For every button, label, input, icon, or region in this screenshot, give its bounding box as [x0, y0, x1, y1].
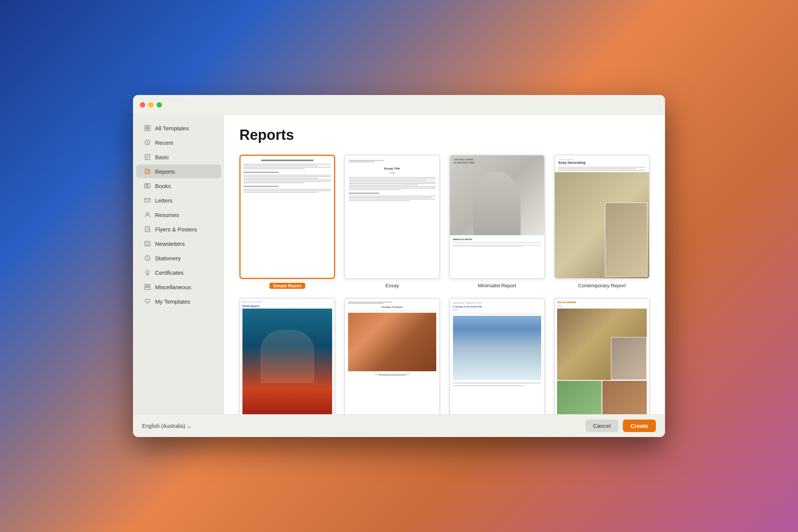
template-badge: Simple Report — [269, 283, 306, 289]
template-label-wrap: Contemporary Report — [578, 283, 626, 288]
template-visual-report[interactable]: African Wildlife Subtitle — [554, 298, 650, 414]
svg-rect-15 — [145, 284, 147, 287]
sidebar-label: Reports — [155, 168, 175, 175]
template-label-wrap: Essay — [385, 283, 399, 288]
reports-icon — [144, 168, 151, 175]
template-simple-report[interactable]: Simple Report — [239, 155, 335, 289]
sidebar-label: Books — [155, 183, 171, 189]
language-label: English (Australia) — [142, 423, 185, 429]
sidebar-item-newsletters[interactable]: Newsletters — [136, 237, 221, 250]
template-name: Contemporary Report — [578, 283, 626, 288]
template-minimalist-report[interactable]: ORGANIC FORMSIN ARCHITECTURE Minimalist … — [449, 155, 545, 289]
template-thumb-visual[interactable]: African Wildlife Subtitle — [554, 298, 650, 414]
template-photo-report[interactable]: Author Name · April 04, 2020 Photo Repor… — [239, 298, 335, 414]
svg-rect-16 — [148, 284, 150, 287]
sidebar-item-flyers-posters[interactable]: Flyers & Posters — [136, 222, 221, 236]
sidebar-label: Flyers & Posters — [155, 226, 197, 233]
template-name: Essay — [385, 283, 399, 288]
close-button[interactable] — [140, 102, 145, 108]
svg-rect-0 — [145, 125, 147, 128]
sidebar-label: All Templates — [155, 125, 189, 131]
sidebar-label: Newsletters — [155, 241, 185, 247]
template-label-wrap: Simple Report — [269, 283, 306, 289]
sidebar-item-books[interactable]: Books — [136, 179, 221, 193]
sidebar-label: Recent — [155, 139, 173, 146]
sidebar-item-certificates[interactable]: Certificates — [136, 266, 221, 279]
svg-rect-17 — [145, 287, 150, 290]
clock-icon — [144, 139, 151, 146]
page-title: Reports — [239, 127, 650, 143]
titlebar — [133, 95, 665, 115]
sidebar-label: My Templates — [155, 298, 190, 305]
svg-rect-2 — [145, 128, 147, 131]
template-school-report[interactable]: Author Name · February 04, 2020 A Voyage… — [449, 298, 545, 414]
template-thumb-essay[interactable]: Essay Title Subtitle — [344, 155, 440, 279]
sidebar-item-letters[interactable]: Letters — [136, 193, 221, 207]
template-thumb-contemporary[interactable]: Simple Home Studios Easy Decorating — [554, 155, 650, 279]
heart-icon — [144, 298, 151, 305]
language-selector[interactable]: English (Australia) ⌄ — [142, 423, 192, 429]
create-button[interactable]: Create — [623, 420, 656, 432]
sidebar-item-recent[interactable]: Recent — [136, 136, 221, 149]
chevron-down-icon: ⌄ — [187, 423, 192, 429]
content-area: Reports — [224, 115, 665, 414]
certificates-icon — [144, 269, 151, 276]
svg-rect-3 — [148, 128, 150, 131]
template-name: Minimalist Report — [478, 283, 516, 288]
sidebar-item-reports[interactable]: Reports — [136, 165, 221, 178]
svg-point-14 — [146, 271, 149, 274]
svg-rect-12 — [146, 242, 147, 243]
sidebar-item-miscellaneous[interactable]: Miscellaneous — [136, 280, 221, 294]
traffic-lights — [140, 102, 162, 108]
sidebar-item-stationery[interactable]: Stationery — [136, 251, 221, 265]
letters-icon — [144, 196, 151, 204]
sidebar-item-my-templates[interactable]: My Templates — [136, 294, 221, 308]
svg-point-9 — [146, 212, 149, 215]
cancel-button[interactable]: Cancel — [586, 420, 619, 432]
newsletters-icon — [144, 240, 151, 247]
template-thumb-minimalist[interactable]: ORGANIC FORMSIN ARCHITECTURE Minimalist … — [449, 155, 545, 279]
main-layout: All Templates Recent — [133, 115, 665, 414]
template-thumb-photo[interactable]: Author Name · April 04, 2020 Photo Repor… — [239, 298, 335, 414]
footer: English (Australia) ⌄ Cancel Create — [133, 414, 665, 437]
doc-icon — [144, 153, 151, 161]
minimize-button[interactable] — [148, 102, 154, 108]
resumes-icon — [144, 211, 151, 218]
maximize-button[interactable] — [157, 102, 162, 108]
sidebar: All Templates Recent — [133, 115, 224, 414]
templates-grid: Simple Report Essay Title Subtitle — [224, 151, 665, 414]
template-assignment[interactable]: Geology 101 Report Assignment — [344, 298, 440, 414]
template-thumb-assignment[interactable]: Geology 101 Report — [344, 298, 440, 414]
stationery-icon — [144, 254, 151, 262]
books-icon — [144, 182, 151, 190]
svg-rect-8 — [145, 198, 150, 202]
sidebar-item-basic[interactable]: Basic — [136, 150, 221, 164]
sidebar-label: Certificates — [155, 269, 184, 276]
sidebar-item-resumes[interactable]: Resumes — [136, 208, 221, 222]
svg-rect-1 — [148, 125, 150, 128]
misc-icon — [144, 283, 151, 291]
template-thumb-school[interactable]: Author Name · February 04, 2020 A Voyage… — [449, 298, 545, 414]
template-label-wrap: Minimalist Report — [478, 283, 516, 288]
sidebar-label: Resumes — [155, 212, 179, 218]
template-contemporary-report[interactable]: Simple Home Studios Easy Decorating — [554, 155, 650, 289]
sidebar-label: Basic — [155, 154, 169, 160]
sidebar-item-all-templates[interactable]: All Templates — [136, 121, 221, 135]
content-header: Reports — [224, 115, 665, 151]
template-thumb-simple-report[interactable] — [239, 155, 335, 279]
sidebar-label: Stationery — [155, 255, 181, 261]
sidebar-label: Letters — [155, 197, 173, 204]
sidebar-label: Miscellaneous — [155, 284, 191, 290]
template-essay[interactable]: Essay Title Subtitle — [344, 155, 440, 289]
app-window: All Templates Recent — [133, 95, 665, 437]
flyers-icon — [144, 225, 151, 233]
footer-buttons: Cancel Create — [586, 420, 656, 432]
grid-icon — [144, 124, 151, 132]
svg-rect-7 — [148, 184, 150, 188]
